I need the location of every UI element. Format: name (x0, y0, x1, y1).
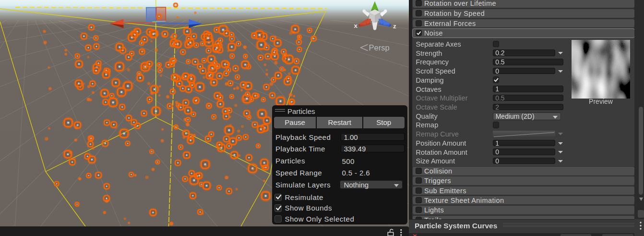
svg-text:x: x (354, 22, 358, 29)
svg-text:z: z (393, 23, 396, 30)
svg-text:Persp: Persp (369, 43, 390, 52)
